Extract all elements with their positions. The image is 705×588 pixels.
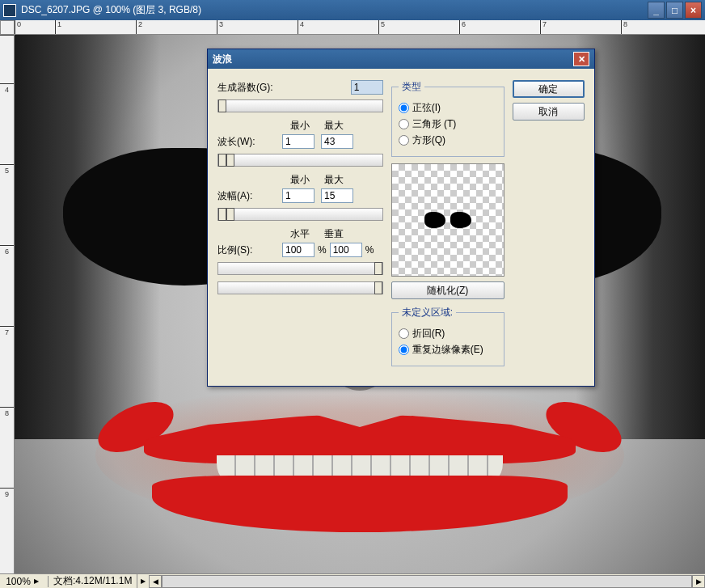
preview-blob (450, 212, 471, 228)
dialog-actions: 确定 取消 (513, 80, 585, 373)
type-triangle-radio[interactable] (399, 119, 409, 129)
ruler-tick: 7 (0, 326, 14, 407)
ruler-vertical: 4 5 6 7 8 9 (0, 35, 15, 573)
scale-horiz-slider[interactable] (217, 262, 383, 275)
ruler-tick: 6 (0, 245, 14, 326)
ruler-tick (0, 35, 14, 83)
image-mouth (95, 383, 624, 544)
scroll-left-button[interactable]: ◀ (149, 575, 162, 588)
min-label: 最小 (290, 119, 310, 133)
max-label: 最大 (324, 119, 344, 133)
amplitude-max-input[interactable] (321, 188, 353, 203)
dialog-controls: 生成器数(G): 最小 最大 波长(W): 最小 最大 波幅(A): (217, 80, 383, 373)
ruler-tick: 8 (621, 20, 702, 34)
type-square-radio[interactable] (399, 135, 409, 146)
cancel-button[interactable]: 取消 (513, 103, 585, 121)
type-fieldset: 类型 正弦(I) 三角形 (T) 方形(Q) (391, 80, 504, 157)
generators-label: 生成器数(G): (217, 81, 282, 95)
zoom-level[interactable]: 100%▶ (0, 576, 49, 587)
undefined-legend: 未定义区域: (399, 306, 456, 319)
scale-horiz-input[interactable] (282, 243, 315, 257)
maximize-button[interactable]: □ (666, 2, 683, 19)
preview-pane (391, 163, 504, 277)
vert-label: 垂直 (324, 227, 344, 241)
ruler-tick: 9 (0, 488, 14, 569)
wavelength-max-input[interactable] (321, 134, 353, 149)
ruler-tick: 5 (378, 20, 459, 34)
app-icon (3, 4, 16, 17)
ruler-tick: 3 (217, 20, 298, 34)
wavelength-label: 波长(W): (217, 135, 282, 149)
close-button[interactable]: × (685, 2, 702, 19)
amplitude-min-input[interactable] (282, 188, 315, 203)
generators-slider[interactable] (217, 99, 383, 112)
ruler-tick: 7 (540, 20, 621, 34)
dialog-titlebar[interactable]: 波浪 ✕ (208, 49, 594, 69)
ruler-tick: 8 (0, 407, 14, 488)
amplitude-slider[interactable] (217, 208, 383, 221)
horiz-label: 水平 (290, 227, 310, 241)
wavelength-slider[interactable] (217, 154, 383, 167)
ruler-horizontal: 0 1 2 3 4 5 6 7 8 (15, 20, 705, 35)
ruler-tick: 2 (136, 20, 217, 34)
scale-label: 比例(S): (217, 243, 282, 257)
wrap-radio[interactable] (399, 328, 409, 339)
randomize-button[interactable]: 随机化(Z) (391, 281, 504, 299)
scroll-track[interactable] (162, 575, 692, 588)
doc-info: 文档:4.12M/11.1M (49, 574, 137, 588)
undefined-area-fieldset: 未定义区域: 折回(R) 重复边缘像素(E) (391, 306, 504, 366)
info-arrow-icon[interactable]: ▶ (137, 577, 149, 585)
repeat-edge-radio[interactable] (399, 345, 409, 355)
dialog-title: 波浪 (213, 53, 232, 66)
type-sine-radio[interactable] (399, 103, 409, 113)
dialog-middle: 类型 正弦(I) 三角形 (T) 方形(Q) 随机化(Z) 未定义区域: 折回(… (391, 80, 504, 373)
ruler-tick: 5 (0, 164, 14, 245)
ruler-tick: 6 (459, 20, 540, 34)
scale-vert-input[interactable] (330, 243, 362, 257)
ok-button[interactable]: 确定 (513, 80, 585, 98)
generators-input[interactable] (351, 80, 383, 95)
ruler-tick: 4 (0, 83, 14, 164)
minimize-button[interactable]: _ (648, 2, 665, 19)
type-legend: 类型 (399, 80, 424, 94)
preview-blob (424, 212, 445, 228)
ruler-tick: 0 (15, 20, 55, 34)
dialog-close-button[interactable]: ✕ (573, 52, 589, 66)
wavelength-min-input[interactable] (282, 134, 315, 149)
ruler-corner (0, 20, 15, 35)
window-title: DSC_6207.JPG @ 100% (图层 3, RGB/8) (21, 3, 646, 17)
amplitude-label: 波幅(A): (217, 189, 282, 203)
window-titlebar: DSC_6207.JPG @ 100% (图层 3, RGB/8) _ □ × (0, 0, 705, 20)
max-label: 最大 (324, 173, 344, 187)
status-bar: 100%▶ 文档:4.12M/11.1M ▶ ◀ ▶ (0, 573, 705, 588)
ruler-tick: 1 (55, 20, 136, 34)
wave-dialog: 波浪 ✕ 生成器数(G): 最小 最大 波长(W): (207, 49, 595, 387)
ruler-tick: 4 (298, 20, 378, 34)
min-label: 最小 (290, 173, 310, 187)
scale-vert-slider[interactable] (217, 281, 383, 294)
scroll-right-button[interactable]: ▶ (692, 575, 705, 588)
